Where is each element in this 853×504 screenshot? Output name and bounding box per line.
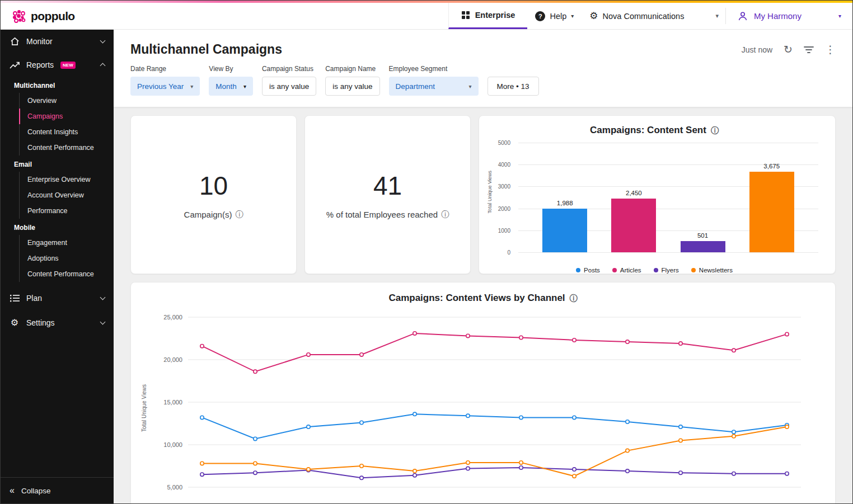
data-point-articles[interactable] (466, 334, 470, 337)
legend-articles[interactable]: Articles (612, 267, 641, 274)
data-point-posts[interactable] (413, 412, 416, 416)
last-updated-text: Just now (742, 45, 772, 54)
legend-flyers[interactable]: Flyers (654, 267, 679, 274)
date-range-dropdown[interactable]: Previous Year ▾ (130, 77, 200, 96)
data-point-flyers[interactable] (573, 468, 576, 471)
data-point-flyers[interactable] (519, 466, 523, 469)
refresh-icon[interactable]: ↻ (784, 44, 793, 55)
data-point-newsletters[interactable] (466, 461, 470, 464)
sidebar-item-settings[interactable]: ⚙ Settings (1, 310, 114, 335)
sidebar-item-campaigns[interactable]: Campaigns (19, 109, 114, 124)
sidebar-item-engagement[interactable]: Engagement (19, 235, 114, 251)
line-series-newsletters (202, 427, 787, 476)
user-menu[interactable]: My Harmony ▾ (726, 3, 852, 29)
data-point-articles[interactable] (732, 348, 735, 352)
data-point-articles[interactable] (360, 353, 363, 356)
collapse-button[interactable]: « Collapse (1, 477, 114, 503)
sidebar-item-plan[interactable]: Plan (1, 286, 114, 310)
legend-newsletters[interactable]: Newsletters (691, 267, 733, 274)
data-point-posts[interactable] (519, 416, 523, 419)
info-icon[interactable]: ⓘ (711, 126, 719, 134)
info-icon[interactable]: ⓘ (570, 294, 578, 302)
bar-posts[interactable]: 1,988 (542, 200, 587, 252)
sidebar-item-content-performance-mobile[interactable]: Content Performance (19, 266, 114, 282)
data-point-articles[interactable] (413, 332, 416, 335)
data-point-articles[interactable] (785, 332, 789, 336)
info-icon[interactable]: ⓘ (235, 210, 243, 218)
data-point-posts[interactable] (626, 420, 629, 423)
bar-newsletters[interactable]: 3,675 (749, 163, 794, 252)
data-point-posts[interactable] (360, 421, 363, 424)
bar-articles[interactable]: 2,450 (611, 190, 656, 252)
kebab-menu-icon[interactable]: ⋮ (825, 44, 836, 55)
sidebar-item-adoptions[interactable]: Adoptions (19, 251, 114, 266)
sidebar-item-enterprise-overview[interactable]: Enterprise Overview (19, 172, 114, 187)
data-point-posts[interactable] (200, 416, 204, 419)
sidebar-item-content-insights[interactable]: Content Insights (19, 124, 114, 140)
data-point-newsletters[interactable] (732, 435, 735, 438)
data-point-newsletters[interactable] (254, 461, 257, 465)
legend-posts[interactable]: Posts (576, 267, 600, 274)
data-point-flyers[interactable] (626, 469, 629, 473)
more-filters-button[interactable]: More • 13 (488, 77, 539, 96)
data-point-newsletters[interactable] (200, 461, 204, 465)
data-point-newsletters[interactable] (360, 464, 363, 468)
help-icon: ? (535, 11, 545, 21)
data-point-flyers[interactable] (785, 472, 789, 475)
kpi-card-employees-reached: 41 % of total Employees reached ⓘ (304, 115, 471, 274)
data-point-newsletters[interactable] (626, 449, 629, 452)
help-menu[interactable]: ? Help ▾ (527, 3, 582, 29)
poppulo-logo[interactable]: poppulo (1, 3, 86, 29)
sidebar-item-monitor[interactable]: Monitor (1, 30, 114, 53)
sidebar-group-multichannel: Multichannel (1, 77, 114, 93)
data-point-posts[interactable] (466, 414, 470, 417)
data-point-newsletters[interactable] (307, 468, 310, 471)
data-point-articles[interactable] (573, 338, 576, 342)
data-point-posts[interactable] (573, 416, 576, 419)
line-chart-svg: 25,00020,00015,00010,0005,000 (149, 312, 815, 498)
data-point-flyers[interactable] (413, 474, 416, 477)
dropdown-value: Month (215, 82, 237, 91)
sidebar-item-content-performance[interactable]: Content Performance (19, 140, 114, 156)
bar-flyers[interactable]: 501 (681, 232, 725, 252)
enterprise-tab[interactable]: Enterprise (448, 3, 528, 29)
campaign-status-field[interactable]: is any value (262, 77, 316, 96)
sidebar-item-reports[interactable]: Reports NEW (1, 53, 114, 77)
data-point-newsletters[interactable] (573, 474, 576, 478)
data-point-flyers[interactable] (254, 471, 257, 474)
sidebar-item-performance[interactable]: Performance (19, 203, 114, 219)
data-point-articles[interactable] (307, 353, 310, 356)
data-point-articles[interactable] (519, 336, 523, 339)
campaign-name-field[interactable]: is any value (325, 77, 379, 96)
bar-chart-legend: PostsArticlesFlyersNewsletters (487, 267, 822, 274)
sidebar-item-account-overview[interactable]: Account Overview (19, 187, 114, 203)
svg-text:15,000: 15,000 (163, 399, 182, 406)
data-point-newsletters[interactable] (519, 461, 523, 464)
svg-text:25,000: 25,000 (163, 314, 182, 321)
data-point-newsletters[interactable] (679, 439, 682, 442)
data-point-posts[interactable] (732, 430, 735, 434)
data-point-articles[interactable] (626, 340, 629, 343)
data-point-flyers[interactable] (466, 467, 470, 470)
employee-segment-dropdown[interactable]: Department ▾ (389, 77, 479, 96)
filter-icon[interactable] (804, 46, 814, 54)
line-chart: Total Unique Views 25,00020,00015,00010,… (141, 312, 825, 498)
data-point-posts[interactable] (254, 437, 257, 440)
filter-campaign-status: Campaign Status is any value (262, 65, 316, 96)
sidebar-item-overview[interactable]: Overview (19, 93, 114, 109)
data-point-flyers[interactable] (732, 472, 735, 475)
data-point-newsletters[interactable] (785, 425, 789, 428)
data-point-newsletters[interactable] (413, 469, 416, 473)
data-point-flyers[interactable] (679, 471, 682, 474)
data-point-flyers[interactable] (200, 473, 204, 476)
data-point-flyers[interactable] (360, 476, 363, 479)
data-point-articles[interactable] (679, 342, 682, 345)
data-point-posts[interactable] (307, 425, 310, 428)
data-point-articles[interactable] (200, 345, 204, 348)
view-by-dropdown[interactable]: Month ▾ (209, 77, 253, 96)
info-icon[interactable]: ⓘ (441, 210, 449, 218)
org-switcher[interactable]: ⚙ Nova Communications ▾ (582, 3, 725, 29)
bar-chart: Total Unique Views 500040003000200010000… (487, 143, 822, 258)
data-point-articles[interactable] (254, 370, 257, 373)
data-point-posts[interactable] (679, 425, 682, 428)
